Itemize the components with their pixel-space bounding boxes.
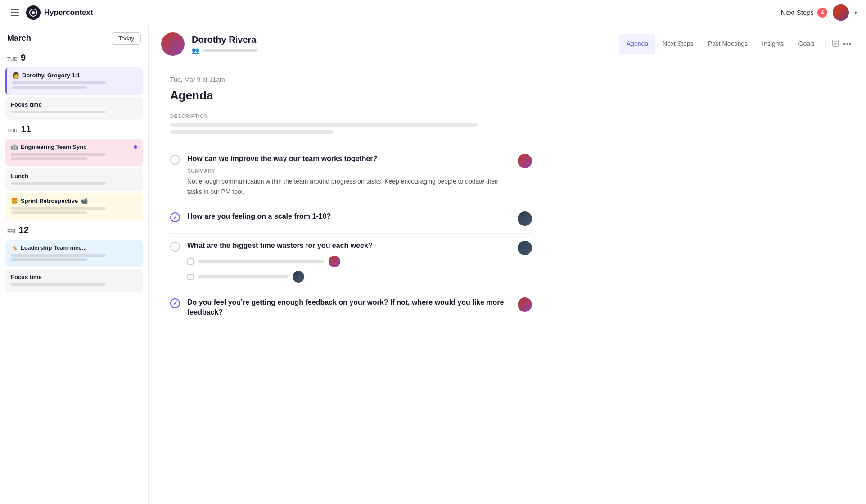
sub-avatar-3-1 bbox=[329, 256, 340, 267]
agenda-item-2: ✓ How are you feeling on a scale from 1-… bbox=[170, 204, 532, 234]
meeting-card-focus-2[interactable]: Focus time bbox=[5, 269, 143, 292]
sub-items-3 bbox=[187, 256, 510, 283]
line1 bbox=[11, 111, 106, 113]
next-steps-count: 4 bbox=[817, 8, 827, 18]
tab-goals[interactable]: Goals bbox=[791, 34, 822, 54]
logo-icon bbox=[26, 5, 41, 20]
desc-line-2 bbox=[170, 130, 333, 134]
video-icon: 📹 bbox=[81, 198, 88, 204]
agenda-body-4: Do you feel you're getting enough feedba… bbox=[187, 297, 510, 318]
agenda-item-4: ✓ Do you feel you're getting enough feed… bbox=[170, 290, 532, 325]
agenda-body-2: How are you feeling on a scale from 1-10… bbox=[187, 212, 510, 221]
meeting-dot bbox=[134, 145, 137, 149]
sub-item-3-1 bbox=[187, 256, 510, 267]
meeting-title-eng-sync: 🤖 Engineering Team Sync bbox=[11, 144, 137, 150]
agenda-circle-3[interactable] bbox=[170, 242, 180, 252]
sub-checkbox-3-1[interactable] bbox=[187, 258, 194, 265]
sub-checkbox-3-2[interactable] bbox=[187, 274, 194, 280]
agenda-question-1[interactable]: How can we improve the way our team work… bbox=[187, 154, 510, 164]
agenda-content: Tue, Mar 9 at 11am Agenda DESCRIPTION Ho… bbox=[149, 63, 554, 337]
desc-line-1 bbox=[170, 123, 478, 127]
day-num-tue: 9 bbox=[21, 53, 26, 63]
avatar-image bbox=[833, 4, 849, 21]
agenda-avatar-2 bbox=[518, 212, 532, 226]
meeting-lines-sprint bbox=[11, 207, 137, 214]
sub-item-3-2 bbox=[187, 271, 510, 283]
more-options-icon[interactable]: ••• bbox=[841, 38, 853, 51]
meeting-card-lunch[interactable]: Lunch bbox=[5, 168, 143, 191]
meeting-title-sprint: 🍔 Sprint Retrospective 📹 bbox=[11, 198, 137, 204]
day-section-fri: FRI 12 🤸 Leadership Team mee... Focus ti… bbox=[0, 222, 148, 292]
meeting-card-eng-sync[interactable]: 🤖 Engineering Team Sync bbox=[5, 139, 143, 166]
agenda-item-3: What are the biggest time wasters for yo… bbox=[170, 234, 532, 290]
agenda-circle-4[interactable]: ✓ bbox=[170, 298, 180, 308]
meeting-meta: 👥 bbox=[192, 47, 612, 54]
line2 bbox=[11, 258, 87, 261]
meeting-card-leadership[interactable]: 🤸 Leadership Team mee... bbox=[5, 240, 143, 267]
meeting-title-lunch: Lunch bbox=[11, 173, 137, 180]
agenda-avatar-4 bbox=[518, 297, 532, 312]
day-section-thu: THU 11 🤖 Engineering Team Sync Lunch bbox=[0, 122, 148, 220]
meta-line bbox=[203, 49, 257, 52]
meeting-avatar bbox=[161, 32, 185, 56]
line1 bbox=[11, 283, 106, 286]
line1 bbox=[11, 153, 106, 156]
checkmark-icon-4: ✓ bbox=[173, 300, 178, 306]
top-navigation: Hypercontext Next Steps 4 ▾ bbox=[0, 0, 866, 25]
agenda-body-1: How can we improve the way our team work… bbox=[187, 154, 510, 197]
tab-insights[interactable]: Insights bbox=[755, 34, 791, 54]
day-header-tue: TUE 9 bbox=[0, 50, 148, 66]
meeting-title-leadership: 🤸 Leadership Team mee... bbox=[11, 244, 137, 251]
line1 bbox=[11, 207, 106, 210]
tab-past-meetings[interactable]: Past Meetings bbox=[701, 34, 755, 54]
meeting-emoji-leadership: 🤸 bbox=[11, 244, 18, 251]
meeting-lines-dorothy bbox=[12, 81, 137, 89]
summary-label-1: SUMMARY bbox=[187, 168, 510, 174]
people-icon: 👥 bbox=[192, 47, 199, 54]
nav-right: Next Steps 4 ▾ bbox=[781, 4, 857, 21]
today-button[interactable]: Today bbox=[112, 32, 141, 45]
meeting-title-focus-2: Focus time bbox=[11, 274, 137, 280]
tab-agenda[interactable]: Agenda bbox=[619, 34, 655, 54]
summary-text-1: Not enough communication within the team… bbox=[187, 176, 510, 197]
agenda-items-list: How can we improve the way our team work… bbox=[170, 147, 532, 324]
line2 bbox=[12, 86, 87, 89]
agenda-question-4[interactable]: Do you feel you're getting enough feedba… bbox=[187, 297, 510, 318]
agenda-avatar-3 bbox=[518, 241, 532, 255]
tab-next-steps[interactable]: Next Steps bbox=[655, 34, 700, 54]
month-header: March Today bbox=[0, 32, 148, 50]
app-logo[interactable]: Hypercontext bbox=[26, 5, 93, 20]
next-steps-indicator[interactable]: Next Steps 4 bbox=[781, 8, 827, 18]
meeting-date: Tue, Mar 9 at 11am bbox=[170, 76, 532, 83]
agenda-question-2[interactable]: How are you feeling on a scale from 1-10… bbox=[187, 212, 510, 221]
meeting-info: Dorothy Rivera 👥 bbox=[192, 35, 612, 54]
user-avatar[interactable] bbox=[833, 4, 849, 21]
app-name: Hypercontext bbox=[44, 8, 93, 17]
line1 bbox=[12, 81, 106, 84]
month-label: March bbox=[7, 34, 31, 43]
day-num-fri: 12 bbox=[19, 225, 29, 235]
line1 bbox=[11, 254, 106, 256]
meeting-card-focus-1[interactable]: Focus time bbox=[5, 97, 143, 120]
agenda-circle-1[interactable] bbox=[170, 155, 180, 165]
agenda-item-1: How can we improve the way our team work… bbox=[170, 147, 532, 204]
hamburger-menu[interactable] bbox=[9, 8, 21, 18]
chevron-down-icon[interactable]: ▾ bbox=[854, 9, 857, 16]
agenda-avatar-1 bbox=[518, 154, 532, 168]
meeting-emoji-dorothy: 👩 bbox=[12, 72, 19, 79]
doc-icon[interactable] bbox=[830, 37, 841, 51]
meeting-card-sprint[interactable]: 🍔 Sprint Retrospective 📹 bbox=[5, 193, 143, 220]
meeting-title-dorothy: 👩 Dorothy, Gregory 1:1 bbox=[12, 72, 137, 79]
line2 bbox=[11, 212, 87, 214]
meeting-card-dorothy[interactable]: 👩 Dorothy, Gregory 1:1 bbox=[5, 68, 143, 95]
tab-divider bbox=[825, 39, 826, 50]
meeting-lines-lunch bbox=[11, 182, 137, 185]
day-name-fri: FRI bbox=[7, 229, 15, 234]
main-layout: March Today TUE 9 👩 Dorothy, Gregory 1:1 bbox=[0, 25, 866, 504]
agenda-question-3[interactable]: What are the biggest time wasters for yo… bbox=[187, 241, 510, 251]
nav-left: Hypercontext bbox=[9, 5, 93, 20]
description-lines bbox=[170, 123, 532, 134]
agenda-circle-2[interactable]: ✓ bbox=[170, 212, 180, 222]
description-label: DESCRIPTION bbox=[170, 113, 532, 119]
sub-line-3-2 bbox=[198, 275, 288, 278]
